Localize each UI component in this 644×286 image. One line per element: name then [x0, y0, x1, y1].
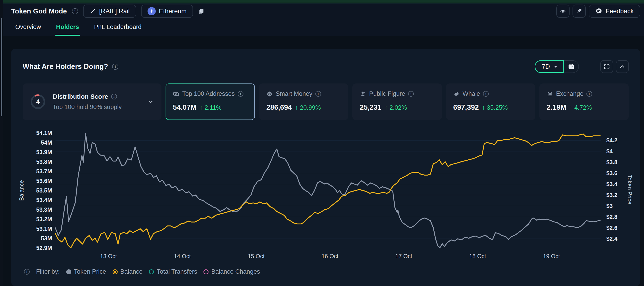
balance-marker-icon [112, 269, 118, 274]
svg-text:18 Oct: 18 Oct [469, 253, 486, 259]
svg-text:$2.6: $2.6 [606, 225, 618, 231]
info-icon[interactable]: i [586, 91, 592, 97]
svg-text:$3: $3 [606, 203, 613, 209]
panel-title: What Are Holders Doing? [22, 62, 108, 71]
tab-overview[interactable]: Overview [14, 19, 42, 36]
panel-header: What Are Holders Doing? i 7D [19, 60, 632, 73]
public-figure-icon [360, 91, 366, 97]
stat-change: ↑ 20.99% [295, 104, 321, 111]
chat-icon [595, 7, 602, 15]
filter-balance-changes[interactable]: Balance Changes [204, 268, 260, 275]
feedback-button[interactable]: Feedback [589, 4, 640, 18]
svg-text:53.5M: 53.5M [36, 187, 52, 194]
svg-text:$2.4: $2.4 [606, 236, 618, 242]
stat-card-whale[interactable]: Whale i 697,392 ↑ 35.25% [446, 83, 535, 120]
banknotes-icon [173, 91, 179, 97]
svg-text:53.9M: 53.9M [36, 149, 52, 155]
tab-pnl-leaderboard[interactable]: PnL Leaderboard [93, 19, 142, 36]
copy-address-icon[interactable] [198, 8, 205, 14]
svg-text:$3.6: $3.6 [606, 170, 618, 176]
scrollbar-thumb[interactable] [1, 18, 2, 116]
svg-text:14 Oct: 14 Oct [174, 253, 191, 259]
info-icon[interactable]: i [408, 91, 414, 97]
svg-text:53.2M: 53.2M [36, 216, 52, 222]
svg-text:53M: 53M [41, 235, 52, 242]
svg-text:Balance: Balance [19, 180, 25, 201]
timeframe-dropdown[interactable]: 7D [534, 60, 564, 73]
filter-total-transfers[interactable]: Total Transfers [149, 268, 197, 275]
token-selector-label: [RAIL] Rail [99, 7, 130, 15]
timeframe-value: 7D [542, 63, 550, 70]
token-price-marker-icon [66, 269, 71, 274]
tab-bar: Overview Holders PnL Leaderboard [3, 19, 644, 36]
calendar-button[interactable] [564, 60, 579, 73]
watch-button[interactable] [556, 4, 570, 18]
distribution-score-label: Distribution Score [53, 93, 108, 100]
info-icon[interactable]: i [24, 269, 30, 275]
info-icon[interactable]: i [112, 64, 118, 70]
svg-text:53.8M: 53.8M [36, 159, 52, 165]
info-icon[interactable]: i [483, 91, 489, 97]
distribution-gauge: 4 [30, 94, 46, 110]
token-selector-button[interactable]: [RAIL] Rail [83, 4, 136, 18]
chevron-up-icon [619, 63, 626, 70]
info-icon[interactable]: i [72, 8, 78, 14]
svg-text:Token Price: Token Price [627, 175, 632, 205]
svg-text:$3.8: $3.8 [606, 159, 618, 165]
stat-card-top-100-addresses[interactable]: Top 100 Addresses i 54.07M ↑ 2.11% [166, 83, 255, 120]
pencil-icon [90, 8, 96, 14]
exchange-icon [547, 91, 553, 97]
info-icon[interactable]: i [238, 91, 244, 97]
app-window: Token God Mode i [RAIL] Rail Ethereum [3, 0, 644, 286]
chain-selector-button[interactable]: Ethereum [141, 4, 193, 18]
chain-selector-label: Ethereum [159, 7, 186, 15]
stat-value: 286,694 [266, 103, 292, 111]
svg-text:16 Oct: 16 Oct [322, 253, 338, 259]
info-icon[interactable]: i [111, 94, 117, 99]
filter-balance[interactable]: Balance [112, 268, 143, 275]
svg-text:53.6M: 53.6M [36, 178, 52, 184]
stat-label: Smart Money [276, 90, 312, 97]
holders-chart[interactable]: 54.1M54M53.9M53.8M53.7M53.6M53.5M53.4M53… [19, 125, 632, 262]
chart-filter-legend: i Filter by: Token Price Balance Total T… [19, 268, 632, 275]
stat-change: ↑ 4.72% [570, 104, 592, 111]
pin-icon [576, 8, 582, 14]
page-title: Token God Mode [11, 7, 67, 15]
distribution-score-card[interactable]: 4 Distribution Score i Top 100 hold 90% … [22, 83, 162, 120]
stat-label: Public Figure [369, 90, 405, 97]
page-header: Token God Mode i [RAIL] Rail Ethereum [3, 3, 644, 19]
holders-panel: What Are Holders Doing? i 7D [11, 49, 640, 286]
svg-text:54M: 54M [41, 139, 52, 146]
filter-by-label: Filter by: [36, 268, 60, 275]
tab-holders[interactable]: Holders [55, 19, 80, 36]
top-accent-bar [3, 0, 644, 3]
svg-text:53.4M: 53.4M [36, 197, 52, 203]
calendar-icon [568, 63, 574, 70]
stat-value: 54.07M [173, 103, 196, 111]
fullscreen-button[interactable] [600, 60, 613, 73]
distribution-score-subtitle: Top 100 hold 90% supply [53, 104, 140, 111]
svg-text:53.1M: 53.1M [36, 226, 52, 232]
svg-text:$4.2: $4.2 [606, 137, 618, 143]
stat-label: Whale [463, 90, 480, 97]
stat-card-exchange[interactable]: Exchange i 2.19M ↑ 4.72% [540, 83, 629, 120]
svg-text:13 Oct: 13 Oct [100, 253, 117, 259]
svg-text:15 Oct: 15 Oct [248, 253, 265, 259]
feedback-label: Feedback [606, 7, 634, 15]
header-actions: Feedback [556, 4, 640, 18]
info-icon[interactable]: i [316, 91, 321, 97]
balance-changes-marker-icon [204, 269, 208, 274]
stat-change: ↑ 2.11% [200, 104, 222, 111]
filter-token-price[interactable]: Token Price [66, 268, 106, 275]
stat-change: ↑ 35.25% [482, 104, 508, 111]
stat-change: ↑ 2.02% [384, 104, 407, 111]
stat-label: Top 100 Addresses [182, 90, 235, 97]
collapse-button[interactable] [616, 60, 629, 73]
stat-card-public-figure[interactable]: Public Figure i 25,231 ↑ 2.02% [352, 83, 442, 120]
main-content: What Are Holders Doing? i 7D [3, 36, 644, 286]
left-scrollbar[interactable] [0, 0, 3, 286]
stat-card-smart-money[interactable]: Smart Money i 286,694 ↑ 20.99% [259, 83, 348, 120]
pin-button[interactable] [572, 4, 586, 18]
svg-text:17 Oct: 17 Oct [395, 253, 412, 259]
chevron-down-icon [147, 98, 154, 105]
